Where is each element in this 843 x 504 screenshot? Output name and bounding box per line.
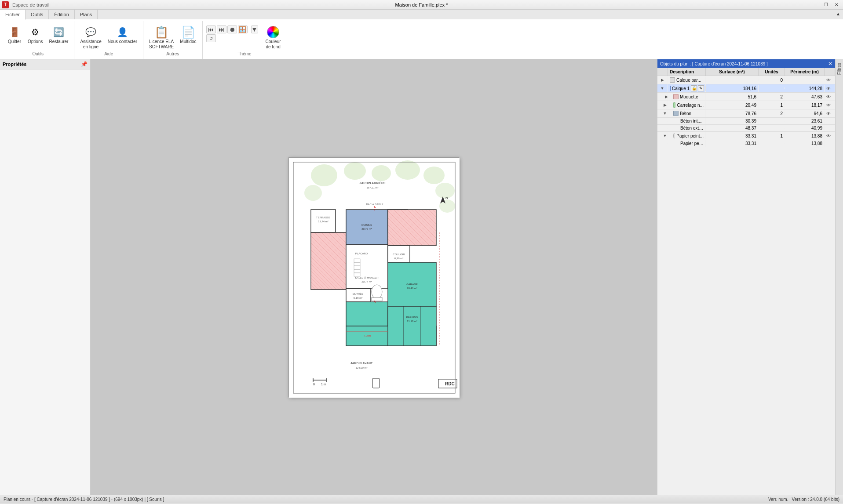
licence-button[interactable]: 📋 Licence ELASOFTWARE [147,24,176,51]
table-row[interactable]: ▼ Papier peint... 33,31 1 13,88 👁 [657,132,835,140]
row-expand-moquette[interactable]: ▶ [657,93,668,101]
row-unites-calque-1 [759,87,785,89]
tab-outils[interactable]: Outils [26,10,49,19]
media-windows-button[interactable]: 🪟 [238,25,248,33]
row-eye-papier[interactable]: 👁 [825,133,835,139]
row-eye-papier-sub [825,143,835,145]
media-record-button[interactable]: ⏺ [227,25,237,33]
action-icon-2[interactable]: ✎ [698,85,704,91]
table-row[interactable]: ▼ Calque 1 🔒 ✎ 📁 🗑 184,16 144,28 👁 [657,84,835,93]
eye-icon: 👁 [826,134,831,138]
floor-plan-svg: JARDIN ARRIÈRE 157,11 m² N TERRASSE 11,7… [289,158,460,398]
row-surface-papier: 33,31 [706,133,759,139]
expand-icon: ▼ [659,85,665,91]
compass-symbol [372,378,380,388]
row-expand-papier[interactable]: ▼ [657,132,668,140]
row-desc-papier: Papier peint... [668,132,706,139]
toilet-base [372,297,382,301]
floor-plan: JARDIN ARRIÈRE 157,11 m² N TERRASSE 11,7… [288,157,459,397]
options-label: Options [28,39,43,44]
licence-icon: 📋 [154,25,168,39]
row-eye-calque-1[interactable]: 👁 [825,85,835,92]
far-right-tab[interactable]: Filtres [835,59,843,495]
licence-label: Licence ELASOFTWARE [149,39,174,50]
svg-text:1 m: 1 m [321,383,326,386]
row-desc-calque-par: Calque par... [668,76,706,83]
minimize-button[interactable]: — [810,1,820,9]
ribbon-outils-label: Outils [32,51,44,58]
jardin-arriere-label: JARDIN ARRIÈRE [359,181,386,185]
theme-extra-button[interactable]: ↺ [206,34,216,42]
sidebar-header: Propriétés 📌 [0,59,90,69]
media-prev-button[interactable]: ⏮ [206,25,216,33]
row-eye-beton[interactable]: 👁 [825,110,835,117]
row-perimetre-beton-ext: 40,99 [785,125,825,131]
canvas-area[interactable]: JARDIN ARRIÈRE 157,11 m² N TERRASSE 11,7… [91,59,657,495]
layer-color-icon-1 [670,86,671,91]
table-row[interactable]: ▶ Moquette 51,6 2 47,63 👁 [657,93,835,101]
multidoc-button[interactable]: 📄 Multidoc [178,24,198,46]
col-expand [657,68,668,76]
row-perimetre-beton-int: 23,61 [785,118,825,124]
table-row[interactable]: ▼ Béton 78,76 2 64,6 👁 [657,109,835,118]
table-row[interactable]: ▶ Calque par... 0 👁 [657,76,835,84]
row-eye-moquette[interactable]: 👁 [825,94,835,100]
quit-button[interactable]: 🚪 Quitter [5,24,24,46]
row-unites-papier: 1 [759,133,785,139]
row-eye-calque-par[interactable]: 👁 [825,77,835,83]
restaurer-button[interactable]: 🔄 Restaurer [47,24,70,46]
right-panel-close-button[interactable]: ✕ [828,61,832,67]
table-row[interactable]: ▶ Carrelage n... 20,49 1 18,17 👁 [657,101,835,109]
close-button[interactable]: ✕ [832,1,841,9]
row-expand-beton[interactable]: ▼ [657,109,668,117]
sidebar-pin-button[interactable]: 📌 [81,61,88,67]
eye-icon: 👁 [826,78,831,83]
entree-area: 6,18 m² [354,297,362,299]
couloir-area: 6,36 m² [394,257,403,260]
media-dropdown-button[interactable]: ▼ [251,25,258,33]
assistance-button[interactable]: 💬 Assistanceen ligne [78,24,103,51]
row-surface-beton-int: 30,39 [706,118,759,124]
row-unites-calque-par: 0 [759,77,785,83]
assistance-label: Assistanceen ligne [80,39,101,50]
document-title: Maison de Famille.plex * [395,2,448,7]
ribbon-scroll-up[interactable]: ▲ [833,10,843,18]
restore-button[interactable]: ❐ [821,1,831,9]
action-icon-1[interactable]: 🔒 [691,85,697,91]
assistance-icon: 💬 [84,25,98,39]
row-eye-carrelage[interactable]: 👁 [825,102,835,109]
color-swatch [267,26,279,38]
row-expand-calque-par[interactable]: ▶ [657,76,668,84]
section-a-bottom: A [374,300,376,303]
couleur-fond-label: Couleurde fond [266,39,281,50]
col-perimetre: Périmetre (m) [785,68,825,76]
table-row[interactable]: Papier pei.... 33,31 13,88 [657,140,835,147]
media-next-button[interactable]: ⏭ [217,25,226,33]
terrasse-area: 11,74 m² [318,220,328,223]
layer-color-icon [670,77,675,83]
tab-fichier[interactable]: Fichier [0,10,26,20]
row-desc-beton-ext: Béton ext.... [668,125,706,131]
garage-area: 28,40 m² [407,287,417,290]
expand-icon: ▶ [659,102,665,108]
titlebar: T Espace de travail Maison de Famille.pl… [0,0,843,10]
tab-plans[interactable]: Plans [75,10,98,19]
col-surface: Surface (m²) [706,68,759,76]
eye-icon: 👁 [826,111,831,116]
row-desc-beton: Béton [668,110,706,117]
table-row[interactable]: Béton int.... 30,39 23,61 [657,118,835,125]
tab-edition[interactable]: Édition [49,10,75,19]
ribbon-aide-label: Aide [104,51,113,58]
table-row[interactable]: Béton ext.... 48,37 40,99 [657,125,835,132]
row-unites-beton: 2 [759,110,785,117]
row-surface-calque-1: 184,16 [706,85,759,92]
svg-text:N: N [445,196,448,200]
options-button[interactable]: ⚙ Options [26,24,45,46]
contact-button[interactable]: 👤 Nous contacter [106,24,139,46]
row-expand-carrelage[interactable]: ▶ [657,101,668,109]
expand-icon: ▼ [659,110,665,116]
row-expand-calque-1[interactable]: ▼ [657,84,668,92]
row-eye-beton-int [825,120,835,122]
row-desc-calque-1: Calque 1 🔒 ✎ 📁 🗑 [668,84,706,92]
couleur-fond-button[interactable]: Couleurde fond [263,24,283,51]
